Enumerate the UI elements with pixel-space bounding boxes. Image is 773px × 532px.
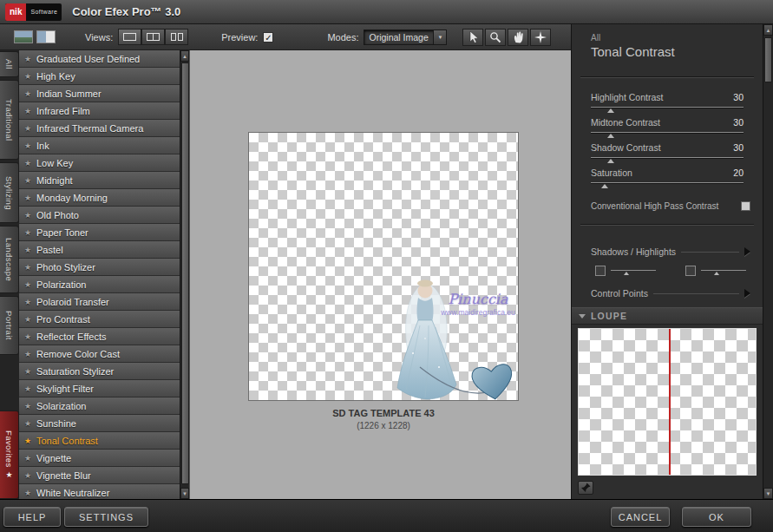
favorite-star-icon[interactable]: ★ bbox=[24, 454, 36, 463]
ok-button[interactable]: OK bbox=[682, 507, 751, 527]
filter-list-item[interactable]: ★ Midnight bbox=[19, 172, 180, 189]
filter-list-item[interactable]: ★ Pastel bbox=[19, 241, 180, 259]
slider-handle[interactable] bbox=[607, 159, 614, 163]
filter-list-item[interactable]: ★ Old Photo bbox=[19, 207, 180, 224]
category-tab-all[interactable]: All ★ bbox=[0, 51, 19, 77]
shadows-slider-handle[interactable] bbox=[624, 272, 629, 275]
split-preview-icon[interactable] bbox=[36, 30, 56, 43]
expand-right-icon[interactable] bbox=[744, 247, 750, 256]
filter-list-item[interactable]: ★ Polarization bbox=[19, 276, 180, 293]
slider-track[interactable] bbox=[591, 157, 744, 158]
filter-list-item[interactable]: ★ Paper Toner bbox=[19, 224, 180, 241]
favorite-star-icon[interactable]: ★ bbox=[24, 419, 36, 428]
favorite-star-icon[interactable]: ★ bbox=[24, 55, 36, 63]
filter-list-item[interactable]: ★ Infrared Thermal Camera bbox=[19, 120, 180, 137]
favorite-star-icon[interactable]: ★ bbox=[24, 350, 36, 358]
filter-list-item[interactable]: ★ Vignette bbox=[19, 450, 180, 467]
modes-dropdown[interactable]: Original Image ▼ bbox=[364, 30, 447, 45]
loupe-pin-button[interactable] bbox=[578, 481, 593, 495]
favorite-star-icon[interactable]: ★ bbox=[24, 124, 36, 133]
favorite-star-icon[interactable]: ★ bbox=[24, 471, 36, 480]
view-sidebyside-button[interactable] bbox=[165, 29, 188, 45]
scroll-down-icon[interactable]: ▼ bbox=[763, 488, 773, 499]
category-tab-landscape[interactable]: Landscape ★ bbox=[0, 226, 19, 293]
filter-list-item[interactable]: ★ Polaroid Transfer bbox=[19, 293, 180, 311]
filter-list-scrollbar-thumb[interactable] bbox=[181, 62, 189, 484]
favorite-star-icon[interactable]: ★ bbox=[24, 159, 36, 167]
view-single-button[interactable] bbox=[118, 29, 141, 45]
category-tab-stylizing[interactable]: Stylizing ★ bbox=[0, 162, 19, 223]
shadows-highlights-section[interactable]: Shadows / Highlights bbox=[591, 246, 750, 257]
filter-list-item[interactable]: ★ Vignette Blur bbox=[19, 467, 180, 484]
view-split-button[interactable] bbox=[141, 29, 165, 45]
highlights-checkbox[interactable] bbox=[685, 266, 696, 276]
filter-list-item[interactable]: ★ Photo Stylizer bbox=[19, 259, 180, 276]
high-pass-contrast-checkbox[interactable] bbox=[741, 201, 750, 211]
slider-track[interactable] bbox=[591, 132, 744, 133]
settings-button[interactable]: SETTINGS bbox=[64, 507, 148, 527]
favorite-star-icon[interactable]: ★ bbox=[24, 489, 36, 497]
slider-handle[interactable] bbox=[607, 134, 614, 138]
loupe-split-line[interactable] bbox=[669, 329, 671, 475]
favorite-star-icon[interactable]: ★ bbox=[24, 89, 36, 98]
filter-list-item[interactable]: ★ Pro Contrast bbox=[19, 311, 180, 328]
scroll-up-icon[interactable]: ▲ bbox=[763, 24, 773, 36]
favorite-star-icon[interactable]: ★ bbox=[24, 384, 36, 393]
favorite-star-icon[interactable]: ★ bbox=[24, 228, 36, 237]
filter-list-item[interactable]: ★ Tonal Contrast bbox=[19, 432, 180, 450]
filter-list-item[interactable]: ★ Remove Color Cast bbox=[19, 345, 180, 363]
favorite-star-icon[interactable]: ★ bbox=[24, 315, 36, 324]
favorite-star-icon[interactable]: ★ bbox=[24, 437, 36, 445]
favorite-star-icon[interactable]: ★ bbox=[24, 194, 36, 202]
filter-list-scrollbar[interactable]: ▲ ▼ bbox=[180, 50, 189, 499]
control-points-section[interactable]: Control Points bbox=[591, 288, 750, 299]
favorite-star-icon[interactable]: ★ bbox=[24, 263, 36, 272]
filter-list-item[interactable]: ★ Reflector Effects bbox=[19, 328, 180, 345]
settings-panel-scrollbar-thumb[interactable] bbox=[764, 37, 772, 82]
slider-track[interactable] bbox=[591, 182, 744, 183]
scroll-up-icon[interactable]: ▲ bbox=[180, 50, 189, 62]
loupe-header[interactable]: LOUPE bbox=[572, 307, 763, 325]
favorite-star-icon[interactable]: ★ bbox=[24, 298, 36, 306]
category-tab-favorites[interactable]: Favorites ★ bbox=[0, 410, 19, 499]
favorite-star-icon[interactable]: ★ bbox=[24, 72, 36, 81]
scroll-down-icon[interactable]: ▼ bbox=[180, 488, 189, 499]
collapse-down-icon[interactable] bbox=[579, 314, 586, 319]
select-tool-button[interactable] bbox=[462, 29, 483, 46]
highlights-slider[interactable] bbox=[701, 266, 746, 276]
slider-track[interactable] bbox=[591, 107, 744, 108]
filter-list-item[interactable]: ★ Skylight Filter bbox=[19, 380, 180, 397]
shadows-slider[interactable] bbox=[611, 266, 656, 276]
single-preview-icon[interactable] bbox=[14, 30, 33, 43]
background-color-tool-button[interactable] bbox=[530, 29, 551, 46]
pan-tool-button[interactable] bbox=[508, 29, 528, 46]
category-tab-portrait[interactable]: Portrait ★ bbox=[0, 296, 19, 355]
filter-list-item[interactable]: ★ Solarization bbox=[19, 397, 180, 415]
favorite-star-icon[interactable]: ★ bbox=[24, 402, 36, 410]
shadows-checkbox[interactable] bbox=[595, 266, 606, 276]
filter-list-item[interactable]: ★ Indian Summer bbox=[19, 85, 180, 102]
settings-panel-scrollbar[interactable]: ▲ ▼ bbox=[763, 24, 773, 499]
zoom-tool-button[interactable] bbox=[485, 29, 506, 46]
filter-list-item[interactable]: ★ Graduated User Defined bbox=[19, 50, 180, 68]
slider-handle[interactable] bbox=[607, 108, 614, 113]
preview-checkbox[interactable]: ✓ bbox=[263, 32, 273, 43]
slider-handle[interactable] bbox=[601, 184, 608, 188]
favorite-star-icon[interactable]: ★ bbox=[24, 107, 36, 115]
filter-list-item[interactable]: ★ Ink bbox=[19, 137, 180, 154]
cancel-button[interactable]: CANCEL bbox=[611, 507, 670, 527]
category-tab-traditional[interactable]: Traditional ★ bbox=[0, 80, 19, 160]
favorite-star-icon[interactable]: ★ bbox=[24, 246, 36, 254]
highlights-slider-handle[interactable] bbox=[714, 272, 719, 275]
expand-right-icon[interactable] bbox=[744, 289, 750, 298]
filter-list-item[interactable]: ★ High Key bbox=[19, 68, 180, 85]
favorite-star-icon[interactable]: ★ bbox=[24, 176, 36, 185]
filter-list-item[interactable]: ★ Low Key bbox=[19, 154, 180, 172]
filter-list-item[interactable]: ★ Sunshine bbox=[19, 415, 180, 432]
chevron-down-icon[interactable]: ▼ bbox=[433, 30, 446, 44]
favorite-star-icon[interactable]: ★ bbox=[24, 141, 36, 150]
favorite-star-icon[interactable]: ★ bbox=[24, 280, 36, 289]
filter-list-item[interactable]: ★ Monday Morning bbox=[19, 189, 180, 207]
filter-list-item[interactable]: ★ White Neutralizer bbox=[19, 484, 180, 499]
help-button[interactable]: HELP bbox=[3, 507, 61, 527]
